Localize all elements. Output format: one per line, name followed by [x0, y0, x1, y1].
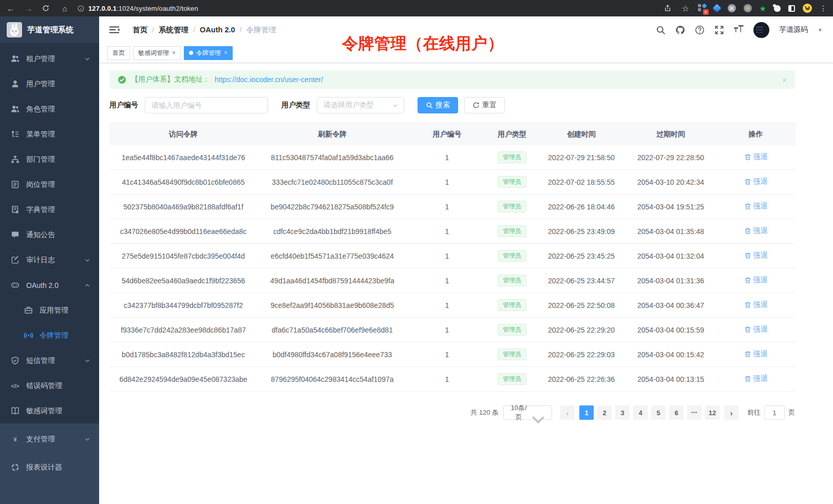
force-logout-button[interactable]: 强退: [744, 325, 768, 334]
collapse-sidebar-icon[interactable]: [109, 26, 120, 34]
refresh-icon: [472, 102, 480, 109]
close-icon[interactable]: ×: [224, 49, 228, 56]
table-row: f9336e7c7dd242a283ee98dc86b17a87dfa6c71a…: [109, 318, 796, 342]
doc-link[interactable]: https://doc.iocoder.cn/user-center/: [215, 75, 323, 84]
tab-sensitive[interactable]: 敏感词管理×: [133, 46, 181, 60]
refresh-token-cell: 811c530487574fa0af1a59d3abc1aa66: [257, 153, 407, 162]
sidebar-item-token[interactable]: 令牌管理: [0, 323, 99, 348]
side-panel-icon[interactable]: [788, 5, 795, 12]
next-page-button[interactable]: ›: [724, 405, 739, 420]
force-logout-button[interactable]: 强退: [744, 276, 768, 285]
sidebar-item-report[interactable]: 报表设计器: [0, 453, 99, 481]
shortcut-extension-icon[interactable]: ⌘: [728, 4, 736, 12]
page-button[interactable]: 2: [597, 405, 612, 420]
browser-menu-icon[interactable]: ⋮: [820, 4, 827, 12]
back-icon[interactable]: ←: [6, 4, 15, 13]
tab-token[interactable]: 令牌管理×: [184, 46, 233, 60]
bookmark-star-icon[interactable]: ☆: [681, 4, 690, 13]
sidebar-item-post[interactable]: 岗位管理: [0, 172, 99, 197]
user-name[interactable]: 芋道源码: [779, 25, 808, 34]
search-icon[interactable]: [656, 25, 666, 35]
tab-home[interactable]: 首页: [107, 46, 130, 60]
green-star-extension-icon[interactable]: ★: [760, 5, 766, 12]
sidebar-item-user[interactable]: 用户管理: [0, 71, 99, 96]
prev-page-button[interactable]: ‹: [560, 405, 575, 420]
tab-group-extension-icon[interactable]: 9: [698, 4, 706, 12]
user-id-input[interactable]: [145, 97, 268, 113]
goto-page-input[interactable]: [764, 405, 785, 420]
table-row: c342377bf8b344799dcbf7bf095287f29ce8ef2a…: [109, 293, 796, 318]
delete-icon: [744, 227, 751, 235]
table-header-cell: 访问令牌: [109, 130, 257, 139]
sidebar-item-role[interactable]: 角色管理: [0, 96, 99, 122]
sidebar-item-app[interactable]: 应用管理: [0, 298, 99, 323]
force-logout-button[interactable]: 强退: [744, 202, 768, 211]
close-icon[interactable]: ×: [172, 49, 176, 56]
sidebar-item-dict[interactable]: 字典管理: [0, 197, 99, 222]
page-size-select[interactable]: 10条/页: [503, 405, 552, 420]
action-cell: 强退: [716, 300, 796, 310]
profile-avatar-icon[interactable]: [803, 4, 812, 13]
sidebar-item-sms[interactable]: 短信管理: [0, 348, 99, 373]
breadcrumb-item[interactable]: OAuth 2.0: [200, 26, 235, 34]
sidebar-item-audit[interactable]: 审计日志: [0, 247, 99, 273]
force-logout-button[interactable]: 强退: [744, 350, 768, 359]
user-type-select[interactable]: 请选择用户类型: [317, 97, 404, 113]
fullscreen-icon[interactable]: [714, 25, 724, 35]
force-logout-button[interactable]: 强退: [744, 251, 768, 260]
sidebar-item-tenant[interactable]: 租户管理: [0, 46, 99, 71]
sidebar-item-menu[interactable]: 菜单管理: [0, 122, 99, 147]
breadcrumb-item[interactable]: 首页: [132, 25, 147, 35]
force-logout-button[interactable]: 强退: [744, 177, 768, 186]
user-menu-caret-icon[interactable]: ▼: [818, 27, 823, 33]
animal-extension-icon[interactable]: [774, 5, 781, 12]
user-type-tag: 管理员: [498, 348, 526, 360]
page-button[interactable]: 12: [705, 405, 720, 420]
share-icon[interactable]: [664, 5, 673, 12]
search-button[interactable]: 搜索: [418, 97, 458, 113]
recorder-extension-icon[interactable]: [744, 4, 752, 12]
alert-text: 【用户体系】文档地址：: [131, 75, 210, 84]
page-button[interactable]: 3: [615, 405, 630, 420]
reload-icon[interactable]: [42, 5, 51, 12]
page-button[interactable]: 1: [579, 405, 594, 420]
chevron-down-icon: [84, 257, 91, 264]
force-logout-button[interactable]: 强退: [744, 152, 768, 162]
token-table: 访问令牌刷新令牌用户编号用户类型创建时间过期时间操作 1ea5e44f8bc14…: [109, 123, 796, 392]
dept-icon: [11, 155, 20, 164]
home-icon[interactable]: ⌂: [60, 4, 69, 13]
reset-button[interactable]: 重置: [464, 97, 505, 113]
chevron-down-icon: [84, 55, 91, 63]
site-info-icon[interactable]: [78, 5, 84, 12]
more-pages-button[interactable]: •••: [687, 405, 702, 420]
total-count: 共 120 条: [470, 408, 499, 417]
help-icon[interactable]: [695, 25, 705, 35]
sidebar-item-pay[interactable]: ¥支付管理: [0, 425, 99, 453]
force-logout-button[interactable]: 强退: [744, 374, 768, 383]
forward-icon[interactable]: →: [24, 4, 33, 13]
table-header-cell: 过期时间: [626, 130, 716, 139]
tab-label: 敏感词管理: [138, 49, 169, 57]
alert-close-icon[interactable]: ×: [782, 75, 787, 84]
page-button[interactable]: 4: [633, 405, 648, 420]
access-token-cell: c342377bf8b344799dcbf7bf095287f2: [109, 301, 257, 309]
sidebar-item-dept[interactable]: 部门管理: [0, 147, 99, 172]
page-button[interactable]: 5: [651, 405, 666, 420]
sidebar-item-notice[interactable]: 通知公告: [0, 222, 99, 247]
sidebar-item-errcode[interactable]: </>错误码管理: [0, 373, 99, 398]
page-button[interactable]: 6: [669, 405, 684, 420]
page-number-list: 123456•••12: [579, 405, 720, 420]
force-logout-button[interactable]: 强退: [744, 226, 768, 236]
logo-bar[interactable]: 芋道管理系统: [0, 16, 99, 43]
force-logout-button[interactable]: 强退: [744, 300, 768, 309]
font-size-icon[interactable]: [734, 25, 744, 35]
breadcrumb-item[interactable]: 系统管理: [159, 25, 188, 35]
address-bar[interactable]: 127.0.0.1:1024/system/oauth2/token: [78, 5, 658, 12]
sidebar-item-oauth[interactable]: OAuth 2.0: [0, 273, 99, 298]
diamond-extension-icon[interactable]: [712, 4, 721, 13]
sidebar-item-sensitive[interactable]: 敏感词管理: [0, 398, 99, 423]
expire-time-cell: 2054-03-10 20:42:34: [626, 178, 716, 186]
user-avatar[interactable]: [753, 22, 769, 38]
github-icon[interactable]: [675, 25, 685, 35]
breadcrumb: 首页/系统管理/OAuth 2.0/令牌管理: [132, 25, 276, 35]
